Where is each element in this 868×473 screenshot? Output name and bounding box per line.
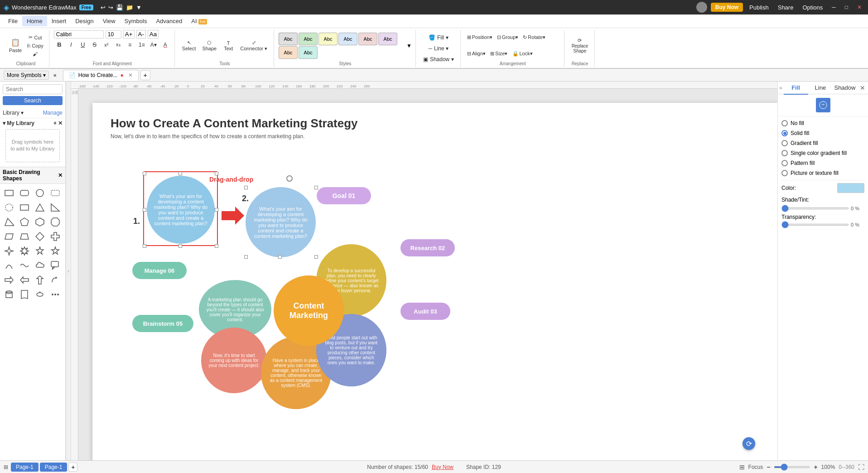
menu-symbols[interactable]: Symbols (120, 16, 152, 26)
right-panel-close-btn[interactable]: ✕ (857, 82, 868, 93)
more-symbols-btn[interactable]: More Symbols ▾ (4, 71, 49, 80)
shape-star6[interactable] (18, 245, 31, 257)
options-button[interactable]: Options (800, 3, 825, 12)
active-page-indicator[interactable]: Page-1 (40, 463, 68, 472)
share-button[interactable]: Share (775, 3, 796, 12)
shape-arrow-right[interactable] (3, 274, 15, 286)
fit-page-icon[interactable]: ⊞ (739, 463, 745, 471)
font-size-increase[interactable]: A+ (123, 30, 135, 39)
group-button[interactable]: ⊡Group▾ (495, 34, 521, 41)
add-page-button[interactable]: + (68, 463, 77, 472)
zoom-out-btn[interactable]: − (767, 463, 770, 471)
handle-br[interactable] (215, 244, 218, 248)
brainstorm05-label[interactable]: Brainstorm 05 (132, 315, 193, 332)
font-case-btn[interactable]: Aa (148, 30, 159, 39)
shape-obtuse-triangle[interactable] (3, 216, 15, 228)
handle-mr[interactable] (215, 208, 218, 212)
list-bullet-btn[interactable]: ≡ (125, 41, 135, 49)
bold-button[interactable]: B (54, 40, 65, 49)
library-expand[interactable]: ▾ (21, 110, 24, 116)
style-preset-6[interactable]: Abc (378, 33, 397, 45)
shape-diamond[interactable] (34, 230, 46, 243)
undo-icon[interactable]: ↩ (101, 4, 106, 11)
styles-expand-btn[interactable]: ▼ (406, 43, 412, 49)
handle-bl[interactable] (143, 244, 146, 248)
handle2-bm[interactable] (278, 255, 282, 259)
gradient-fill-option[interactable]: Gradient fill (781, 140, 864, 146)
shape-arrow-curve[interactable] (49, 274, 62, 286)
shape-document[interactable] (18, 288, 31, 301)
cut-button[interactable]: ✂ Cut (25, 34, 45, 41)
shade-slider[interactable] (781, 208, 849, 209)
menu-ai[interactable]: AI hot (187, 16, 211, 26)
shape-arrow-up[interactable] (34, 274, 46, 286)
pattern-fill-option[interactable]: Pattern fill (781, 160, 864, 166)
fill-button[interactable]: 🪣 Fill ▾ (426, 33, 451, 43)
handle2-bl[interactable] (244, 255, 248, 259)
copy-button[interactable]: ⎘ Copy (25, 42, 45, 49)
shape-cloud[interactable] (34, 259, 46, 272)
my-library-expand[interactable]: ▾ My Library (3, 120, 34, 126)
menu-file[interactable]: File (4, 16, 22, 26)
search-input[interactable] (3, 84, 63, 94)
minimize-btn[interactable]: ─ (829, 3, 839, 11)
text-button[interactable]: T Text (220, 39, 236, 53)
shape-arc[interactable] (3, 259, 15, 272)
shape-callout[interactable] (49, 259, 62, 272)
shape-rounded-rect[interactable] (18, 187, 31, 199)
single-color-gradient-option[interactable]: Single color gradient fill (781, 150, 864, 156)
user-avatar[interactable] (696, 2, 707, 13)
shape-right-triangle[interactable] (49, 201, 62, 214)
content-marketing-bubble[interactable]: Content Marketing (274, 275, 344, 346)
shape-parallelogram[interactable] (3, 230, 15, 243)
handle-tl[interactable] (143, 172, 146, 175)
shape-star5[interactable] (34, 245, 46, 257)
goal01-label[interactable]: Goal 01 (317, 187, 371, 204)
align-button[interactable]: ⊟Align▾ (465, 50, 487, 58)
add-library-btn[interactable]: + (53, 120, 57, 126)
save-icon[interactable]: 💾 (116, 4, 123, 11)
rotate-button[interactable]: ↻Rotate▾ (521, 34, 547, 41)
close-btn[interactable]: ✕ (854, 3, 864, 11)
buy-now-button[interactable]: Buy Now (711, 3, 743, 12)
handle-tr[interactable] (215, 172, 218, 175)
blue-circle-2[interactable]: What's your aim for developing a content… (246, 187, 316, 257)
highlight-color-btn[interactable]: A▾ (148, 41, 159, 49)
publish-button[interactable]: Publish (747, 3, 772, 12)
redo-icon[interactable]: ↪ (108, 4, 113, 11)
close-library-btn[interactable]: ✕ (58, 120, 63, 126)
shape-badge[interactable] (49, 245, 62, 257)
status-buy-now[interactable]: Buy Now (432, 464, 453, 470)
handle-ml[interactable] (143, 208, 146, 212)
shape-rectangle[interactable] (3, 187, 15, 199)
zoom-slider[interactable] (774, 466, 810, 468)
menu-view[interactable]: View (98, 16, 120, 26)
size-button[interactable]: ⊞Size▾ (488, 50, 509, 58)
italic-button[interactable]: I (66, 40, 77, 49)
ideas-bubble[interactable]: Now, it's time to start coming up with i… (201, 328, 267, 393)
select-button[interactable]: ↖ Select (179, 38, 199, 53)
doc-tab-close[interactable]: ✕ (128, 72, 133, 78)
line-tab[interactable]: Line (808, 82, 833, 94)
scroll-to-top-btn[interactable]: ⟳ (743, 437, 755, 450)
shape-arrow-left[interactable] (18, 274, 31, 286)
zoom-in-btn[interactable]: + (814, 463, 817, 471)
navigate-icon[interactable]: ⊞ (4, 464, 8, 470)
position-button[interactable]: ⊞Position▾ (465, 34, 494, 41)
shape-more-1[interactable] (34, 288, 46, 301)
shape-trapezoid[interactable] (18, 230, 31, 243)
handle2-tl[interactable] (244, 186, 248, 189)
shape-cylinder[interactable] (3, 288, 15, 301)
doc-tab-main[interactable]: 📄 How to Create... ● ✕ (63, 70, 139, 81)
shape-rect-outline[interactable] (18, 201, 31, 214)
shape-circle-outline[interactable] (3, 201, 15, 214)
menu-insert[interactable]: Insert (47, 16, 71, 26)
maximize-btn[interactable]: □ (842, 3, 851, 11)
close-shapes-btn[interactable]: ✕ (58, 172, 63, 179)
fill-tab[interactable]: Fill (784, 82, 808, 95)
style-preset-2[interactable]: Abc (299, 33, 318, 45)
focus-mode[interactable]: Focus (748, 464, 763, 470)
underline-button[interactable]: U (77, 40, 88, 49)
style-preset-7[interactable]: Abc (279, 46, 298, 59)
style-preset-4[interactable]: Abc (338, 33, 357, 45)
